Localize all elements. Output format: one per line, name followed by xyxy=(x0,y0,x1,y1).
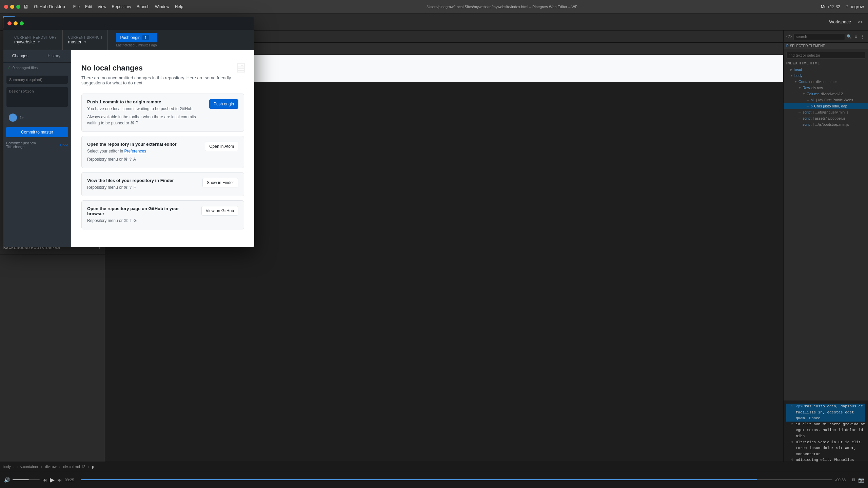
gh-illustration: 🖥 xyxy=(234,60,248,76)
gh-suggestion-2-title: Open the repository in your external edi… xyxy=(105,142,199,147)
gh-view-github-button[interactable]: View on GitHub xyxy=(201,206,238,216)
menu-branch[interactable]: Branch xyxy=(137,4,150,9)
github-desktop-window: Current Repository mywebsite ▼ Current B… xyxy=(105,55,254,247)
vp-capture-icon[interactable]: 📷 xyxy=(858,477,864,483)
gh-suggestion-2: Open the repository in your external edi… xyxy=(105,136,244,168)
tree-tag-container: Container xyxy=(798,80,815,84)
tree-search-area xyxy=(784,50,868,60)
tree-chevron-container: ▼ xyxy=(794,80,797,83)
app-name: GitHub Desktop xyxy=(34,4,65,9)
gh-suggestion-4-title: Open the repository page on GitHub in yo… xyxy=(105,206,196,216)
tree-chevron-row: ▼ xyxy=(798,86,801,89)
code-line-2: 2 id elit non mi porta gravida at eget m… xyxy=(786,422,865,440)
main-content: PROPERTIES FOR <p> ▼ CLASSES HTML ▼ + + … xyxy=(0,30,868,462)
tree-tag-p: p xyxy=(811,104,813,108)
tree-item-head[interactable]: ▶ head xyxy=(784,66,868,73)
gh-no-changes-desc: There are no uncommitted changes in this… xyxy=(105,75,244,85)
rp-search-input[interactable] xyxy=(793,33,845,40)
breadcrumb-container[interactable]: div.container xyxy=(18,465,39,469)
vp-volume-slider[interactable] xyxy=(13,479,40,480)
tree-item-script2[interactable]: — script | assets/js/popper.js xyxy=(784,115,868,121)
mac-titlebar: 🖥 GitHub Desktop File Edit View Reposito… xyxy=(0,0,868,14)
minimize-button[interactable] xyxy=(10,5,14,9)
tree-item-script3[interactable]: — script | .../js/bootstrap.min.js xyxy=(784,121,868,127)
breadcrumb-sep-3: › xyxy=(59,465,61,469)
workspace-button[interactable]: Workspace xyxy=(829,19,851,24)
vp-next-icon[interactable]: ⏭ xyxy=(57,477,62,483)
vp-current-time: 09:25 xyxy=(65,478,78,482)
breadcrumb-sep-4: › xyxy=(88,465,90,469)
vp-volume-icon[interactable]: 🔊 xyxy=(4,477,10,483)
tree-item-col[interactable]: ▼ Column div.col-md-12 xyxy=(784,91,868,97)
menu-file[interactable]: File xyxy=(73,4,80,9)
selected-element-bar: P SELECTED ELEMENT xyxy=(784,43,868,49)
breadcrumb-p[interactable]: p xyxy=(92,465,94,469)
gh-push-origin-action-button[interactable]: Push origin xyxy=(209,99,238,109)
close-button[interactable] xyxy=(4,5,8,9)
vp-play-icon[interactable]: ▶ xyxy=(50,476,55,484)
app-layout: E File Edit Page Components Support 📄 💾 … xyxy=(0,14,868,488)
breadcrumb-sep-1: › xyxy=(14,465,15,469)
tree-tag-script2: script xyxy=(803,116,811,120)
gh-suggestion-4-text: Open the repository page on GitHub in yo… xyxy=(105,206,196,224)
gh-suggestion-3-text: View the files of your repository in Fin… xyxy=(105,178,197,190)
breadcrumb-body[interactable]: body xyxy=(3,465,11,469)
menu-window[interactable]: Window xyxy=(155,4,170,9)
gh-no-changes-title: No local changes xyxy=(105,64,244,73)
tree-item-container[interactable]: ▼ Container div.container xyxy=(784,79,868,85)
editor-area: Grid Cols LG 1024 px My First Public Web… xyxy=(105,30,783,462)
tree-find-input[interactable] xyxy=(786,52,865,59)
tree-item-p[interactable]: — p Cras justo odio, dap... xyxy=(784,103,868,109)
menu-help[interactable]: Help xyxy=(175,4,183,9)
code-num-1: 1 xyxy=(786,404,793,422)
tree-label-container: div.container xyxy=(816,80,837,84)
tree-tag-script3: script xyxy=(803,122,811,126)
tree-chevron-col: ▼ xyxy=(803,93,805,96)
maximize-button[interactable] xyxy=(16,5,20,9)
tree-label-p: Cras justo odio, dap... xyxy=(814,104,850,108)
menu-edit[interactable]: Edit xyxy=(85,4,92,9)
tree-chevron-h1: — xyxy=(807,99,809,102)
selected-element-label: SELECTED ELEMENT xyxy=(790,44,825,48)
gh-open-atom-button[interactable]: Open in Atom xyxy=(205,142,238,151)
gh-suggestion-1-text: Push 1 commit to the origin remote You h… xyxy=(105,99,204,126)
code-num-3: 3 xyxy=(786,440,793,458)
sidebar-toggle-icon[interactable]: >< xyxy=(855,17,865,27)
gh-preferences-link[interactable]: Preferences xyxy=(124,149,146,154)
code-panel: 1 <p>Cras justo odio, dapibus ac facilis… xyxy=(784,401,868,462)
tree-chevron-p: — xyxy=(807,105,809,108)
rp-icon-left[interactable]: </> xyxy=(786,33,792,41)
rp-menu-icon[interactable]: ⋮ xyxy=(860,33,865,41)
breadcrumb-col[interactable]: div.col-md-12 xyxy=(63,465,85,469)
rp-top-toolbar: </> 🔍 ≡ ⋮ xyxy=(784,30,868,43)
tree-item-script1[interactable]: — script | ...ets/js/jquery.min.js xyxy=(784,109,868,115)
tree-item-body[interactable]: ▼ body xyxy=(784,73,868,79)
status-bar: body › div.container › div.row › div.col… xyxy=(0,462,868,471)
code-num-4: 4 xyxy=(786,457,793,462)
rp-search-icon[interactable]: 🔍 xyxy=(846,33,852,41)
tree-root-label: INDEX.HTML html xyxy=(786,61,820,65)
code-content-2: id elit non mi porta gravida at eget met… xyxy=(796,422,865,440)
vp-volume-level xyxy=(13,479,29,480)
gh-content: No local changes There are no uncommitte… xyxy=(105,55,254,247)
code-line-1: 1 <p>Cras justo odio, dapibus ac facilis… xyxy=(786,404,865,422)
gh-show-finder-button[interactable]: Show in Finder xyxy=(202,178,238,187)
tree-label-script2: | assets/js/popper.js xyxy=(813,116,845,120)
tree-item-h1[interactable]: — h1 | My First Public Webs... xyxy=(784,97,868,103)
code-line-3: 3 ultricies vehicula ut id elit. Lorem i… xyxy=(786,440,865,458)
rp-filter-icon[interactable]: ≡ xyxy=(853,33,859,41)
tree-label-row: div.row xyxy=(811,86,823,90)
menu-view[interactable]: View xyxy=(98,4,106,9)
vp-screen-icon[interactable]: 🖥 xyxy=(851,477,855,482)
gh-suggestion-1-desc2: Always available in the toolbar when the… xyxy=(105,114,204,126)
menu-repository[interactable]: Repository xyxy=(112,4,131,9)
vp-prev-icon[interactable]: ⏮ xyxy=(42,477,47,483)
app-icon: 🖥 xyxy=(23,4,28,10)
gh-suggestion-4-desc: Repository menu or ⌘ ⇧ G xyxy=(105,218,196,224)
tree-item-row[interactable]: ▼ Row div.row xyxy=(784,85,868,91)
gh-suggestion-2-desc-pre: Select your editor in xyxy=(105,149,124,154)
window-controls[interactable] xyxy=(4,5,20,9)
gh-main: Changes History ✓ 0 changed files xyxy=(105,55,254,247)
breadcrumb-row[interactable]: div.row xyxy=(45,465,57,469)
vp-progress-bar[interactable] xyxy=(81,479,832,480)
